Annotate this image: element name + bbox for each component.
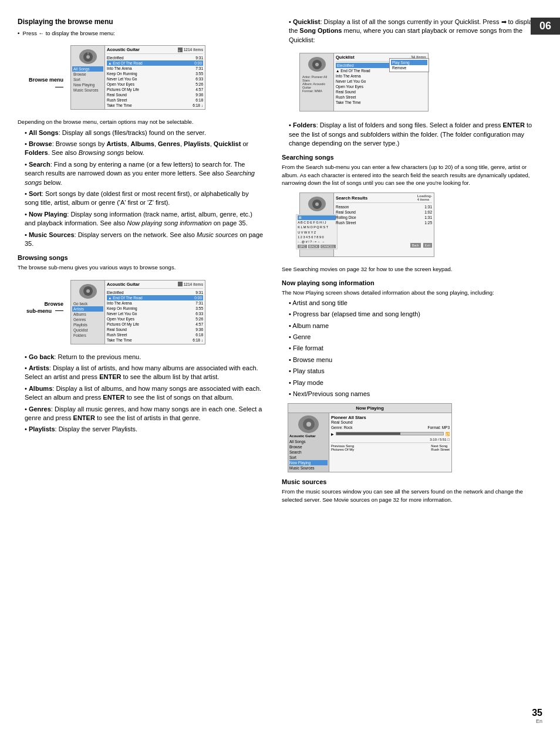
np-header: Now Playing: [288, 404, 451, 413]
np-body: Acoustic Guitar All Songs Browse Search …: [288, 413, 451, 472]
np-genre-label: Genre: Rock: [331, 425, 353, 430]
bullet-albums: • Albums: Display a list of albums, and …: [25, 384, 264, 403]
np-bullet-play-status: • Play status: [289, 367, 542, 376]
svg-point-9: [315, 63, 319, 66]
np-menu-sort: Sort: [289, 455, 328, 460]
quicklist-screen-wrapper: Artist: Pioneer All Stars Album: Acousti…: [299, 49, 542, 115]
s2-song: Into The Arena7:31: [107, 300, 203, 306]
ql-song: Rush Street: [336, 94, 426, 100]
np-left-panel: Acoustic Guitar All Songs Browse Search …: [288, 413, 329, 472]
browsing-songs-title: Browsing songs: [18, 254, 264, 261]
browsing-intro: The browse sub-menu gives you various wa…: [18, 263, 264, 271]
np-menu-browse: Browse: [289, 444, 328, 450]
search-right-panel: Search Results Loading-4 items Reason1:3…: [334, 193, 434, 256]
menu2-genres: Genres: [72, 317, 103, 322]
ql-music-icon: [308, 57, 326, 72]
page-number-bottom: 35: [532, 708, 542, 718]
svg-point-6: [86, 289, 90, 293]
np-bullet-play-mode: • Play mode: [289, 378, 542, 387]
search-screen: R A B C D E F G H I J K L M N O P Q R S …: [299, 192, 434, 257]
menu-music-sources: Music Sources: [72, 87, 103, 93]
ql-album: Album: Acoustic Guitar: [302, 82, 332, 89]
np-footer: Previous Song Pictures Of My Next Song R…: [331, 442, 450, 451]
np-menu-now-playing: Now Playing: [289, 460, 328, 465]
np-time: 3:10 / 5:51 □: [331, 438, 450, 441]
menu2-albums: Albums: [72, 312, 103, 317]
song-row: Keep On Running3:55: [107, 71, 203, 76]
now-playing-intro: The Now Playing screen shows detailed in…: [282, 289, 542, 296]
screen-menu-list: All Songs Browse Sort Now Playing Music …: [72, 66, 103, 93]
bullet-now-playing: • Now Playing: Display song information …: [25, 210, 264, 228]
screen2-menu-list: Go back Artists Albums Genres Playlists …: [72, 301, 103, 338]
np-next-section: Next Song Rush Street: [431, 444, 450, 451]
bullet-all-songs: • All Songs: Display all songs (files/tr…: [25, 129, 264, 137]
ql-artist: Artist: Pioneer All Stars: [302, 75, 332, 82]
bullet-sort: • Sort: Sort songs by date (oldest first…: [25, 190, 264, 208]
menu2-go-back: Go back: [72, 301, 103, 306]
np-artist: Pioneer All Stars: [331, 415, 450, 420]
search-song: Real Sound1:02: [336, 209, 432, 215]
popup-play-song: Play Song: [391, 60, 427, 65]
music-sources-text: From the music sources window you can se…: [282, 488, 542, 503]
song-row: Real Sound9:36: [107, 92, 203, 97]
song-row: Open Your Eyes5:26: [107, 82, 203, 87]
menu2-playlists: Playlists: [72, 322, 103, 327]
menu-sort: Sort: [72, 77, 103, 82]
screen2-right-panel: Acoustic Guitar 1214 items Electrified9:…: [105, 280, 205, 344]
page-badge: 06: [531, 18, 560, 35]
now-playing-screen: Now Playing Acoustic Guitar All Songs Br…: [288, 403, 452, 472]
bullet-search: • Search: Find a song by entering a name…: [25, 160, 264, 187]
song-row: Rush Street6:18: [107, 97, 203, 103]
browse-menu-screen: All Songs Browse Sort Now Playing Music …: [70, 45, 205, 110]
ql-song: Real Sound: [336, 89, 426, 94]
np-repeat-icon: 🔁: [446, 432, 450, 436]
s2-song: Never Let You Go6:33: [107, 311, 203, 316]
np-bullet-next-prev: • Next/Previous song names: [289, 390, 542, 398]
browse-submenu-screen: Go back Artists Albums Genres Playlists …: [70, 280, 205, 344]
np-prev-section: Previous Song Pictures Of My: [331, 444, 354, 451]
ql-song: Open Your Eyes: [336, 84, 426, 89]
browse-submenu-label-area: Browsesub-menu: [18, 276, 70, 314]
bullet-browse: • Browse: Browse songs by Artists, Album…: [25, 140, 264, 158]
browse-submenu-label: Browsesub-menu: [26, 301, 63, 314]
menu2-quicklist: Quicklist: [72, 327, 103, 333]
search-see-text: See Searching movies on page 32 for how …: [282, 265, 542, 273]
screen-left-panel: All Songs Browse Sort Now Playing Music …: [71, 46, 105, 109]
np-bullet-genre: • Genre: [289, 333, 542, 342]
svg-text:≡: ≡: [178, 49, 180, 52]
menu-now-playing: Now Playing: [72, 82, 103, 87]
s2-song: Open Your Eyes5:26: [107, 316, 203, 322]
np-bullet-format: • File format: [289, 344, 542, 353]
np-music-icon: [298, 415, 319, 433]
browse-intro-text: Depending on the browse menu, certain op…: [18, 118, 264, 126]
browse-submenu-screen-wrapper: Browsesub-menu Go back Artists Albums: [18, 276, 264, 348]
song-row: ▲ End Of The Road0:00: [107, 60, 203, 66]
np-bullet-progress: • Progress bar (elapsed time and song le…: [289, 310, 542, 319]
search-exit-button: Back Exit: [336, 243, 432, 247]
screen-right-panel: Acoustic Guitar ≡ 1214 items Electrified…: [105, 46, 205, 109]
s2-song: Real Sound9:36: [107, 327, 203, 332]
quicklist-screen-container: Artist: Pioneer All Stars Album: Acousti…: [299, 49, 429, 115]
s2-song: Keep On Running3:55: [107, 306, 203, 311]
screen2-left-panel: Go back Artists Albums Genres Playlists …: [71, 280, 105, 344]
song-row: Never Let You Go6:33: [107, 76, 203, 82]
ql-song: Take The Time: [336, 100, 426, 105]
browse-bullets: • All Songs: Display all songs (files/tr…: [25, 129, 264, 249]
search-song: Rush Street1:25: [336, 220, 432, 225]
np-progress-bar: [336, 432, 444, 435]
ql-left-panel: Artist: Pioneer All Stars Album: Acousti…: [300, 53, 334, 111]
now-playing-screen-wrapper: Now Playing Acoustic Guitar All Songs Br…: [288, 403, 542, 472]
music-sources-title: Music sources: [282, 478, 542, 485]
np-progress-fill: [336, 432, 400, 435]
svg-rect-7: [178, 282, 183, 286]
popup-remove: Remove: [391, 65, 427, 70]
song-options-popup: Play Song Remove: [389, 58, 429, 72]
np-meta: Genre: Rock Format: MP3: [331, 425, 450, 430]
screen2-title: Acoustic Guitar: [107, 282, 140, 287]
now-playing-bullets: • Artist and song title • Progress bar (…: [289, 299, 542, 399]
search-screen-wrapper: R A B C D E F G H I J K L M N O P Q R S …: [299, 189, 542, 261]
svg-point-13: [306, 422, 311, 427]
bullet-go-back: • Go back: Return to the previous menu.: [25, 353, 264, 361]
np-format-label: Format: MP3: [427, 425, 450, 430]
np-progress-row: ▶ 🔁: [331, 431, 450, 437]
